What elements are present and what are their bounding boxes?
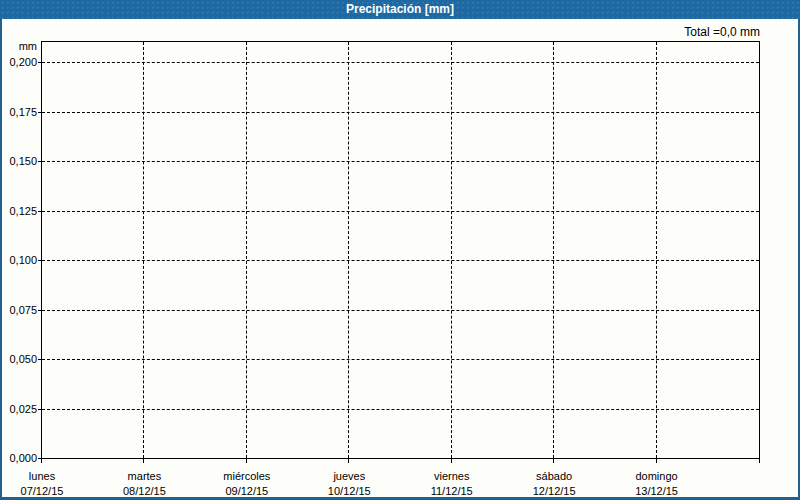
chart-window: Precipitación [mm] Total =0,0 mm mm 0,00… [0,0,800,500]
y-tick-mark [38,260,41,261]
total-value-label: Total =0,0 mm [560,25,760,39]
y-tick-mark [38,211,41,212]
y-tick-mark [38,62,41,63]
x-date-label: 09/12/15 [196,485,298,498]
y-tick-mark [38,310,41,311]
plot-frame [41,41,760,459]
h-gridline [42,161,759,162]
x-date-label: 12/12/15 [503,485,605,498]
y-tick-mark [38,161,41,162]
y-tick-label: 0,200 [2,56,37,68]
x-day-name-label: sábado [503,470,605,483]
h-gridline [42,310,759,311]
v-gridline [143,42,144,458]
chart-area: Total =0,0 mm mm 0,0000,0250,0500,0750,1… [2,19,798,497]
x-day-name-label: jueves [298,470,400,483]
x-tick-mark [246,459,247,463]
x-date-label: 13/12/15 [606,485,708,498]
y-tick-label: 0,025 [2,403,37,415]
y-tick-label: 0,175 [2,106,37,118]
y-tick-mark [38,112,41,113]
window-title: Precipitación [mm] [0,0,800,19]
h-gridline [42,260,759,261]
y-axis-unit-label: mm [2,40,37,52]
y-tick-label: 0,125 [2,205,37,217]
v-gridline [553,42,554,458]
x-tick-mark [656,459,657,463]
h-gridline [42,112,759,113]
x-tick-mark [759,459,760,463]
x-date-label: 10/12/15 [298,485,400,498]
h-gridline [42,62,759,63]
h-gridline [42,409,759,410]
x-date-label: 07/12/15 [0,485,93,498]
v-gridline [656,42,657,458]
y-tick-label: 0,100 [2,254,37,266]
h-gridline [42,211,759,212]
h-gridline [42,359,759,360]
y-tick-label: 0,075 [2,304,37,316]
v-gridline [451,42,452,458]
x-day-name-label: miércoles [196,470,298,483]
y-tick-mark [38,359,41,360]
v-gridline [348,42,349,458]
y-tick-label: 0,000 [2,452,37,464]
x-day-name-label: lunes [0,470,93,483]
v-gridline [246,42,247,458]
x-tick-mark [41,459,42,463]
x-date-label: 11/12/15 [401,485,503,498]
y-tick-mark [38,409,41,410]
x-day-name-label: viernes [401,470,503,483]
x-date-label: 08/12/15 [93,485,195,498]
x-day-name-label: domingo [606,470,708,483]
x-tick-mark [451,459,452,463]
x-day-name-label: martes [93,470,195,483]
x-tick-mark [143,459,144,463]
x-tick-mark [348,459,349,463]
y-tick-label: 0,150 [2,155,37,167]
x-tick-mark [553,459,554,463]
y-tick-label: 0,050 [2,353,37,365]
